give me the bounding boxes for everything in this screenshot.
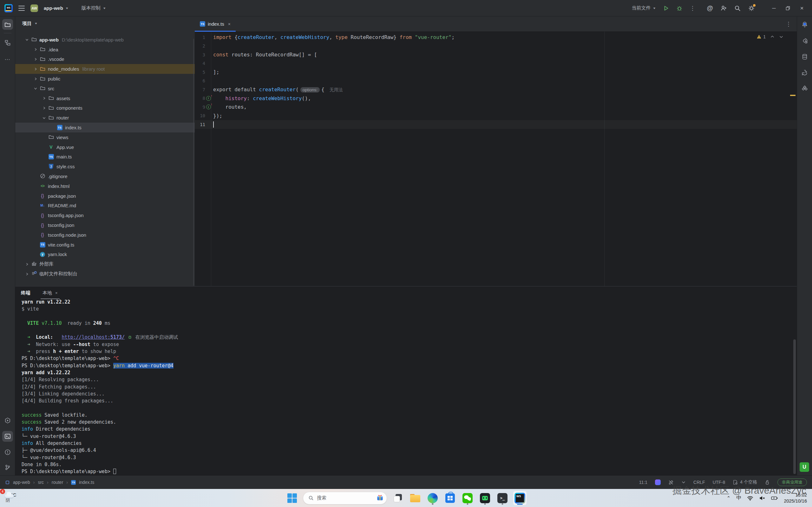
run-configuration-selector[interactable]: 当前文件 ▼	[632, 5, 656, 11]
tab-index-ts[interactable]: TS index.ts ×	[195, 16, 236, 32]
breadcrumb-item[interactable]: index.ts	[79, 480, 94, 485]
chevron-down-icon[interactable]	[41, 116, 48, 120]
tree-row[interactable]: {}tsconfig.json	[15, 220, 195, 230]
encoding-widget[interactable]: UTF-8	[713, 480, 725, 485]
tree-row[interactable]: node_moduleslibrary root	[15, 64, 195, 74]
chevron-down-icon[interactable]	[32, 86, 39, 91]
warning-scroll-mark[interactable]	[790, 95, 796, 96]
code-editor[interactable]: 1import {createRouter, createWebHistory,…	[195, 32, 797, 286]
main-menu-icon[interactable]	[18, 6, 25, 11]
tree-row[interactable]: 3style.css	[15, 162, 195, 171]
code-line[interactable]: 4	[195, 59, 797, 68]
chevron-right-icon[interactable]	[41, 106, 48, 110]
problems-tool-button[interactable]	[2, 447, 13, 458]
project-avatar[interactable]: AW	[31, 4, 38, 12]
terminal-scrollbar[interactable]	[793, 339, 796, 474]
ai-assistant-icon[interactable]: @	[707, 4, 713, 12]
tree-row[interactable]: yyarn.lock	[15, 250, 195, 260]
breadcrumb-item[interactable]: app-web	[13, 480, 30, 485]
terminal-tool-button[interactable]	[2, 431, 13, 442]
highlighting-off-icon[interactable]	[668, 480, 674, 485]
utools-floating-widget[interactable]: U	[800, 462, 809, 472]
tree-row[interactable]: .vscode	[15, 55, 195, 64]
chevron-down-icon[interactable]	[23, 38, 31, 42]
chevron-right-icon[interactable]	[32, 67, 39, 71]
tree-row[interactable]: .idea	[15, 45, 195, 55]
weather-widget[interactable]: 4 12°C 阴	[4, 490, 16, 503]
run-button[interactable]	[663, 5, 669, 11]
prev-problem-icon[interactable]	[770, 35, 774, 39]
notifications-button[interactable]	[799, 19, 810, 30]
code-line[interactable]: 6	[195, 77, 797, 86]
version-control-tool-button[interactable]	[2, 462, 13, 473]
start-button[interactable]	[286, 491, 299, 505]
vcs-menu[interactable]: 版本控制 ▼	[82, 5, 106, 11]
project-tool-button[interactable]	[2, 19, 13, 30]
database-button[interactable]	[799, 51, 810, 62]
file-explorer-button[interactable]	[409, 491, 422, 505]
restore-button[interactable]	[781, 2, 795, 14]
tree-row[interactable]: assets	[15, 94, 195, 103]
tree-row[interactable]: 外部库	[15, 259, 195, 269]
caret-position[interactable]: 11:1	[639, 480, 647, 485]
structure-tool-button[interactable]	[2, 38, 13, 48]
tree-row[interactable]: src	[15, 83, 195, 94]
chevron-right-icon[interactable]	[23, 272, 31, 276]
minimize-button[interactable]: ─	[767, 2, 781, 14]
next-problem-icon[interactable]	[779, 35, 783, 39]
ai-assistant-tool-button[interactable]	[799, 83, 810, 94]
ai-assistant-status-icon[interactable]	[655, 480, 661, 485]
tree-row[interactable]: app-webD:\desktop\template\app-web	[15, 35, 195, 45]
tree-row[interactable]: .gitignore	[15, 171, 195, 181]
unlocked-icon[interactable]	[765, 480, 770, 485]
wifi-icon[interactable]	[747, 495, 753, 501]
project-scrollbar[interactable]	[193, 39, 194, 286]
code-line[interactable]: 1import {createRouter, createWebHistory,…	[195, 33, 797, 42]
microsoft-store-button[interactable]	[444, 491, 457, 505]
chevron-right-icon[interactable]	[23, 262, 31, 267]
breadcrumb-item[interactable]: router	[52, 480, 63, 485]
chevron-right-icon[interactable]	[32, 47, 39, 52]
terminal-tab-local[interactable]: 本地 ×	[41, 286, 59, 299]
chevron-right-icon[interactable]	[41, 96, 48, 101]
tree-row[interactable]: public	[15, 74, 195, 83]
gutter-implicit-icon[interactable]: I	[206, 105, 211, 109]
emulator-app-button[interactable]	[478, 491, 492, 505]
close-tab-icon[interactable]: ×	[228, 21, 231, 26]
debug-in-browser-icon[interactable]	[128, 334, 132, 341]
inspection-widget[interactable]: 1	[757, 34, 783, 39]
tree-row[interactable]: {}tsconfig.node.json	[15, 230, 195, 240]
gutter-implicit-icon[interactable]: I	[206, 96, 211, 101]
ime-indicator[interactable]: 中	[736, 495, 741, 501]
close-tab-icon[interactable]: ×	[55, 291, 58, 295]
project-panel-header[interactable]: 项目 ▼	[15, 16, 195, 31]
tree-row[interactable]: VApp.vue	[15, 142, 195, 152]
tree-row[interactable]: views	[15, 132, 195, 142]
wechat-button[interactable]	[461, 491, 474, 505]
code-line[interactable]: 5];	[195, 68, 797, 77]
task-view-button[interactable]	[391, 491, 404, 505]
tree-row[interactable]: {}package.json	[15, 191, 195, 201]
code-line[interactable]: 3const routes: RouteRecordRaw[] = [	[195, 50, 797, 59]
project-switcher[interactable]: app-web ▼	[44, 5, 69, 11]
tree-row[interactable]: 临时文件和控制台	[15, 269, 195, 279]
tree-row[interactable]: TSindex.ts	[15, 123, 195, 132]
terminal-output[interactable]: yarn run v1.22.22$ vite VITE v7.1.10 rea…	[15, 298, 797, 475]
gift-icon[interactable]	[376, 493, 384, 503]
tray-expand-icon[interactable]: ⌃	[727, 495, 731, 501]
more-tool-windows-button[interactable]: ⋯	[2, 54, 13, 65]
tab-options-icon[interactable]: ⋮	[786, 20, 792, 27]
plugin-verifier-button[interactable]	[799, 67, 810, 78]
ai-search-button[interactable]	[799, 36, 810, 46]
chevron-right-icon[interactable]	[32, 77, 39, 81]
taskbar-search[interactable]: 搜索	[303, 492, 387, 504]
code-line[interactable]: 9I routes,	[195, 103, 797, 112]
tree-row[interactable]: components	[15, 103, 195, 113]
tree-row[interactable]: router	[15, 113, 195, 123]
tree-row[interactable]: <>index.html	[15, 181, 195, 191]
more-actions-icon[interactable]: ⋮	[690, 5, 695, 12]
tray-clock[interactable]: 15:02 2025/10/16	[784, 492, 807, 504]
close-button[interactable]: ×	[795, 2, 809, 14]
windows-terminal-button[interactable]: >_	[496, 491, 509, 505]
add-user-icon[interactable]	[720, 5, 727, 12]
